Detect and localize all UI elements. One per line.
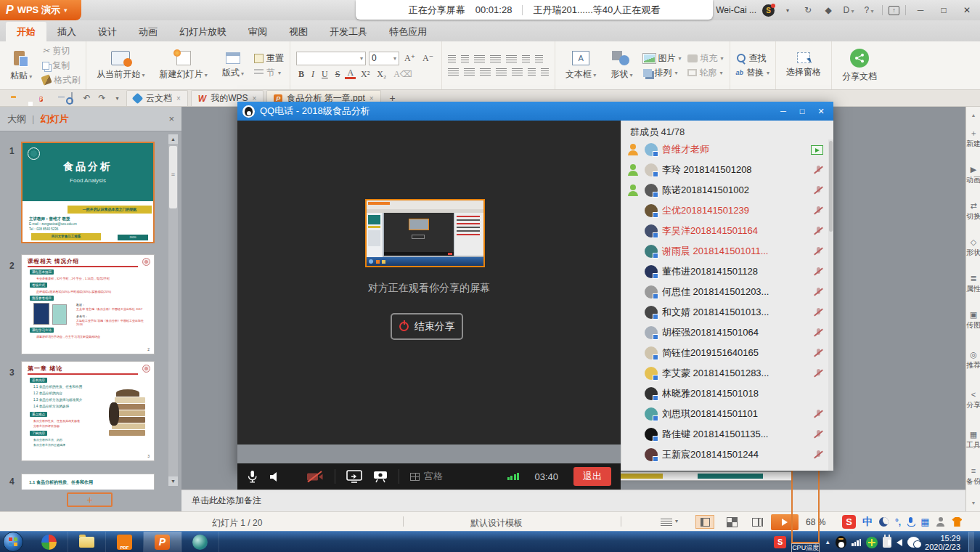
decrease-font-button[interactable]: A⁻ [420, 53, 436, 64]
export-pdf-icon[interactable]: P [35, 93, 47, 104]
chevron-down-icon[interactable]: ▾ [780, 7, 795, 14]
normal-view-button[interactable] [695, 515, 714, 529]
bold-button[interactable]: B [296, 69, 306, 80]
fill-button[interactable]: 填充 [687, 52, 724, 65]
slide-thumbnail-3[interactable]: 第一章 绪论 基本内容 1.1 食品分析的性质、任务和作用 1.2 食品分析的内… [21, 361, 155, 461]
tab-view[interactable]: 视图 [278, 22, 319, 41]
copy-button[interactable]: 复制 [42, 60, 80, 72]
vip-badge-icon[interactable]: S [762, 4, 775, 17]
taskbar-360-browser[interactable] [30, 532, 68, 552]
sogou-logo-icon[interactable]: S [842, 515, 856, 529]
sidebar-item-backup[interactable]: ≡备份 [966, 466, 980, 485]
member-row[interactable]: 王新宸2018141501244 [621, 445, 833, 465]
tab-outline[interactable]: 大纲 [7, 113, 26, 126]
arrange-button[interactable]: 排列 [643, 67, 682, 79]
tab-slideshow[interactable]: 幻灯片放映 [168, 22, 237, 41]
slide-sorter-button[interactable] [722, 515, 741, 529]
scroll-up-icon[interactable]: ▲ [168, 134, 178, 144]
scroll-up-icon[interactable]: ▲ [966, 113, 980, 118]
camera-off-button[interactable] [306, 471, 324, 483]
scroll-down-icon[interactable]: ▼ [966, 500, 980, 506]
share-document-button[interactable]: 分享文档 [838, 47, 881, 84]
font-name-select[interactable]: ▾ [296, 52, 366, 65]
bullets-icon[interactable] [448, 55, 456, 63]
account-name[interactable]: Wei-Cai ... [716, 5, 756, 15]
help-icon[interactable]: ? [862, 5, 876, 15]
sidebar-item-upload-image[interactable]: ▣传图 [966, 310, 980, 329]
keyboard-icon[interactable]: ▦ [920, 516, 929, 527]
indent-left-icon[interactable] [528, 68, 536, 76]
sogou-tray-icon[interactable]: S [774, 536, 786, 548]
taskbar-explorer[interactable] [68, 532, 106, 552]
tab-animation[interactable]: 动画 [128, 22, 168, 41]
align-right-icon[interactable] [480, 68, 491, 76]
find-button[interactable]: 查找 [736, 52, 770, 65]
tab-special[interactable]: 特色应用 [378, 22, 438, 41]
end-share-button[interactable]: 结束分享 [391, 313, 463, 340]
voice-input-icon[interactable] [907, 517, 914, 527]
maximize-button[interactable]: □ [794, 107, 810, 116]
sidebar-item-transition[interactable]: ⇄切换 [966, 201, 980, 220]
punctuation-icon[interactable]: °, [895, 517, 901, 527]
member-row[interactable]: 谢雨晨 2018141501011... [621, 241, 833, 261]
print-preview-icon[interactable] [65, 93, 78, 103]
increase-indent-icon[interactable] [490, 55, 501, 63]
distribute-icon[interactable] [512, 68, 523, 76]
border-icon[interactable] [522, 55, 530, 63]
whiteboard-button[interactable] [373, 470, 388, 483]
notes-toggle-icon[interactable] [661, 519, 672, 526]
line-spacing-icon[interactable] [535, 55, 543, 63]
notes-input[interactable]: 单击此处添加备注 [181, 490, 965, 511]
font-color-button[interactable]: A [345, 69, 356, 79]
volume-icon[interactable] [897, 539, 902, 546]
scrollbar-thumb[interactable] [169, 146, 177, 208]
play-from-current-button[interactable]: 从当前开始 [92, 49, 149, 82]
mic-button[interactable] [247, 470, 258, 483]
clear-format-button[interactable]: A⌫ [391, 69, 415, 80]
member-row[interactable]: 和文婧 2018141501013... [621, 302, 833, 322]
skin-icon[interactable] [952, 517, 962, 527]
layout-button[interactable]: 版式 [218, 51, 248, 81]
tab-design[interactable]: 设计 [87, 22, 128, 41]
text-direction-icon[interactable] [506, 55, 517, 63]
decrease-indent-icon[interactable] [474, 55, 485, 63]
tab-review[interactable]: 审阅 [237, 22, 278, 41]
subscript-button[interactable]: X₂ [375, 69, 388, 80]
tray-expand-icon[interactable]: ▲ [825, 539, 830, 545]
refresh-icon[interactable]: ↻ [801, 5, 815, 15]
font-size-select[interactable]: 0▾ [369, 52, 399, 65]
increase-font-button[interactable]: A⁺ [402, 53, 417, 64]
chevron-down-icon[interactable]: ▾ [675, 518, 678, 524]
share-screen-button[interactable] [346, 470, 362, 483]
design-template-label[interactable]: 默认设计模板 [470, 517, 523, 529]
add-slide-button[interactable]: + [67, 492, 113, 507]
docer-icon[interactable]: D [841, 5, 856, 15]
clock[interactable]: 15:29 2020/2/23 [925, 534, 960, 551]
strikethrough-button[interactable]: S [333, 69, 343, 80]
slide-thumbnail-1[interactable]: 食品分析 Food Analysis 一把开启认识食品本质之门的钥匙 主讲教师：… [21, 142, 155, 243]
italic-button[interactable]: I [309, 69, 317, 80]
slide-thumbnail-2[interactable]: 课程相关 情况介绍 课程基本情况 专业必修课程，32个学时，2个学分，1-16周… [21, 254, 155, 354]
tab-insert[interactable]: 插入 [46, 22, 87, 41]
tab-slides[interactable]: 幻灯片 [40, 113, 68, 126]
maximize-button[interactable]: □ [935, 5, 952, 15]
fullscreen-icon[interactable]: ↑ [889, 6, 899, 15]
grid-view-label[interactable]: 宫格 [424, 470, 443, 483]
picture-button[interactable]: 图片 [643, 52, 682, 65]
shapes-button[interactable]: 形状 [606, 49, 637, 82]
member-row[interactable]: 李艾蒙 2018141501283... [621, 363, 833, 383]
chevron-down-icon[interactable]: ▾ [111, 95, 123, 102]
minimize-button[interactable]: ─ [912, 5, 929, 15]
sidebar-item-animation[interactable]: ▶动画 [966, 165, 980, 184]
align-center-icon[interactable] [464, 68, 475, 76]
exit-button[interactable]: 退出 [573, 467, 611, 486]
member-row[interactable]: 简钰佳2019151640165 [621, 343, 833, 363]
skin-icon[interactable]: ◆ [821, 5, 836, 15]
redo-button[interactable]: ↷ [96, 93, 108, 103]
taskbar-pdf[interactable]: PDF [106, 532, 144, 552]
sidebar-item-shapes[interactable]: ◇形状 [966, 238, 980, 256]
numbering-icon[interactable] [461, 55, 469, 63]
section-button[interactable]: 节 [254, 67, 284, 79]
show-desktop-button[interactable] [968, 532, 974, 552]
taskbar-wps[interactable]: P [144, 532, 181, 552]
